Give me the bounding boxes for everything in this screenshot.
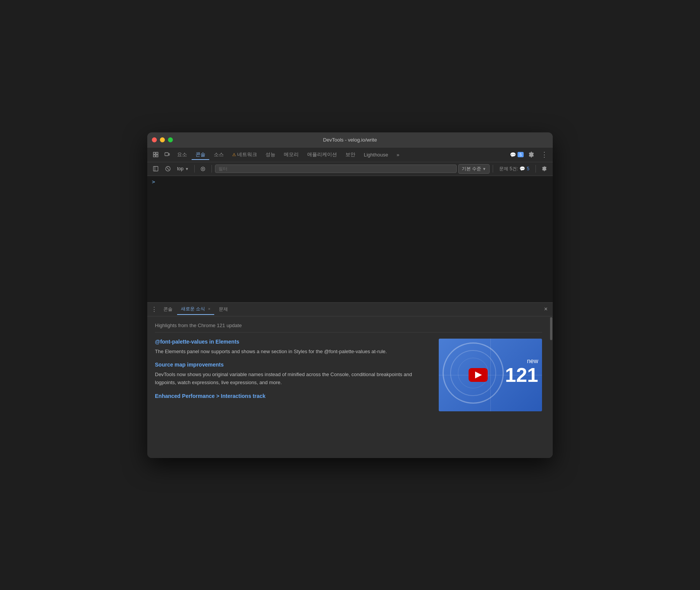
maximize-button[interactable] (168, 137, 173, 142)
close-button[interactable] (152, 137, 157, 142)
bottom-tab-whatsnew[interactable]: 새로운 소식 × (177, 304, 214, 315)
tab-memory[interactable]: 메모리 (280, 149, 303, 160)
console-prompt[interactable]: > (152, 179, 155, 185)
context-label: top (177, 166, 184, 171)
play-button[interactable] (469, 368, 488, 382)
thumb-grid-vertical (490, 339, 491, 411)
selector-icon[interactable] (150, 149, 161, 160)
bottom-tab-issues[interactable]: 문제 (215, 304, 232, 315)
minimize-button[interactable] (160, 137, 165, 142)
bottom-tab-console[interactable]: 콘솔 (160, 304, 176, 315)
section-source-map-body: DevTools now shows you original variable… (155, 371, 431, 387)
content-with-thumbnail: @font-palette-values in Elements The Ele… (155, 339, 542, 411)
level-label: 기본 수준 (462, 166, 481, 172)
whats-new-content: Highlights from the Chrome 121 update @f… (147, 316, 553, 458)
bottom-tabs-bar: ⋮ 콘솔 새로운 소식 × 문제 × (147, 303, 553, 316)
thumbnail-number: 121 (505, 364, 538, 386)
console-toolbar: top ▼ 기본 수준 ▼ 문제 5건: 💬 5 (147, 162, 553, 176)
close-icon: × (544, 306, 547, 313)
context-selector[interactable]: top ▼ (175, 165, 191, 173)
svg-rect-1 (156, 152, 158, 154)
svg-line-9 (167, 168, 169, 170)
svg-rect-3 (156, 155, 158, 157)
content-text: @font-palette-values in Elements The Ele… (155, 339, 431, 411)
tabs-right: 💬 5 ⋮ (510, 149, 550, 160)
issues-chat-icon-toolbar: 💬 (519, 166, 525, 171)
issues-text: 문제 5건: (499, 166, 518, 172)
console-settings-button[interactable] (539, 163, 550, 174)
warning-icon: ⚠ (232, 152, 236, 157)
tab-more[interactable]: » (393, 150, 403, 160)
clear-console-button[interactable] (163, 163, 173, 174)
filter-input[interactable] (215, 165, 457, 173)
svg-rect-6 (153, 166, 158, 171)
issues-count-display[interactable]: 문제 5건: 💬 5 (496, 166, 532, 172)
level-chevron-icon: ▼ (482, 167, 486, 171)
more-options-button[interactable]: ⋮ (539, 149, 550, 160)
toolbar-separator-4 (536, 165, 536, 173)
tab-console[interactable]: 콘솔 (192, 149, 209, 160)
whatsnew-tab-close[interactable]: × (208, 306, 210, 311)
toolbar-separator-3 (493, 165, 493, 173)
sidebar-toggle-button[interactable] (150, 163, 161, 174)
scrollbar[interactable] (550, 316, 553, 458)
issues-num: 5 (527, 166, 529, 171)
toolbar-separator (194, 165, 195, 173)
bottom-panel-close-button[interactable]: × (541, 305, 550, 314)
issues-badge[interactable]: 💬 5 (510, 152, 524, 158)
svg-rect-2 (153, 155, 155, 157)
device-icon[interactable] (162, 149, 173, 160)
tab-sources[interactable]: 소스 (210, 149, 228, 160)
svg-rect-4 (165, 153, 168, 156)
video-thumbnail[interactable]: new 121 (439, 339, 542, 411)
window-controls (152, 137, 173, 142)
console-area: > (147, 176, 553, 302)
section-font-palette-body: The Elements panel now supports and show… (155, 348, 431, 356)
issues-chat-icon: 💬 (510, 152, 516, 158)
window-title: DevTools - velog.io/write (323, 137, 377, 143)
tab-security[interactable]: 보안 (342, 149, 359, 160)
title-bar: DevTools - velog.io/write (147, 132, 553, 148)
tab-application[interactable]: 애플리케이션 (303, 149, 341, 160)
toolbar-separator-2 (212, 165, 212, 173)
thumbnail-inner: new 121 (439, 339, 542, 411)
vertical-dots-icon: ⋮ (541, 150, 548, 159)
log-level-select[interactable]: 기본 수준 ▼ (458, 164, 490, 174)
section-performance-title[interactable]: Enhanced Performance > Interactions trac… (155, 393, 431, 399)
thumbnail-new-label: new 121 (505, 358, 538, 386)
svg-rect-0 (153, 152, 155, 154)
devtools-window: DevTools - velog.io/write 요소 콘솔 소스 ⚠네트워크… (147, 132, 553, 458)
svg-point-11 (202, 168, 204, 170)
whats-new-main: Highlights from the Chrome 121 update @f… (147, 316, 550, 458)
tab-lighthouse[interactable]: Lighthouse (360, 150, 392, 160)
chevron-down-icon: ▼ (185, 167, 189, 171)
whats-new-header: Highlights from the Chrome 121 update (155, 323, 542, 332)
section-font-palette-title[interactable]: @font-palette-values in Elements (155, 339, 431, 345)
live-expressions-button[interactable] (198, 163, 208, 174)
tab-performance[interactable]: 성능 (262, 149, 279, 160)
issues-count: 5 (518, 152, 524, 157)
tab-network[interactable]: ⚠네트워크 (228, 149, 261, 160)
scrollbar-thumb[interactable] (550, 317, 552, 340)
svg-rect-5 (169, 153, 169, 155)
bottom-panel-menu-button[interactable]: ⋮ (150, 306, 159, 313)
tabs-bar: 요소 콘솔 소스 ⚠네트워크 성능 메모리 애플리케이션 보안 Lighthou… (147, 148, 553, 162)
settings-button[interactable] (526, 149, 537, 160)
tab-elements[interactable]: 요소 (173, 149, 191, 160)
section-source-map-title[interactable]: Source map improvements (155, 362, 431, 368)
bottom-panel: ⋮ 콘솔 새로운 소식 × 문제 × Highlights from the C… (147, 302, 553, 458)
play-triangle-icon (475, 372, 482, 378)
